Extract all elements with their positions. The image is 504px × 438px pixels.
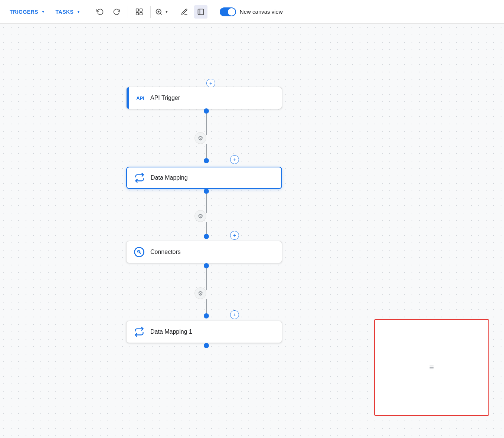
node-data-mapping-1[interactable]: Data Mapping 1 xyxy=(126,321,282,343)
svg-rect-2 xyxy=(136,12,138,14)
dot-before-data-mapping xyxy=(204,158,209,163)
add-before-api-trigger[interactable]: + xyxy=(206,79,215,88)
line-data-mapping-to-gear2 xyxy=(206,194,207,213)
toggle-checkmark-icon: ✓ xyxy=(230,9,234,14)
svg-line-5 xyxy=(160,13,162,14)
dot-data-mapping-1-bottom xyxy=(204,343,209,348)
line-api-to-data-mapping xyxy=(206,114,207,135)
add-before-data-mapping-1[interactable]: + xyxy=(230,310,239,319)
triggers-chevron-icon: ▼ xyxy=(41,10,45,14)
zoom-chevron-icon: ▼ xyxy=(165,10,168,14)
minimap[interactable]: ≡ xyxy=(374,319,489,416)
dot-before-connectors xyxy=(204,234,209,239)
line-gear3-to-dot3 xyxy=(206,299,207,314)
data-mapping-label: Data Mapping xyxy=(151,174,188,181)
dot-api-trigger-bottom xyxy=(204,108,209,114)
separator-4 xyxy=(173,6,173,18)
dot-data-mapping-bottom xyxy=(204,189,209,194)
gear-3[interactable]: ⚙ xyxy=(194,287,206,299)
dot-before-data-mapping-1 xyxy=(204,313,209,318)
svg-rect-0 xyxy=(136,9,138,11)
node-api-trigger[interactable]: API API Trigger xyxy=(126,87,282,109)
svg-rect-8 xyxy=(198,9,203,14)
minimap-icon: ≡ xyxy=(429,363,434,372)
layout-button[interactable] xyxy=(132,5,146,19)
panel-button[interactable] xyxy=(194,5,207,19)
tasks-label: TASKS xyxy=(56,9,74,15)
data-mapping-1-label: Data Mapping 1 xyxy=(150,328,192,335)
data-mapping-1-icon xyxy=(132,325,146,339)
panel-icon xyxy=(197,8,204,16)
tasks-button[interactable]: TASKS ▼ xyxy=(52,7,84,17)
svg-rect-1 xyxy=(140,9,142,11)
separator-3 xyxy=(150,6,151,18)
triggers-label: TRIGGERS xyxy=(10,9,38,15)
add-before-connectors[interactable]: + xyxy=(230,231,239,240)
connectors-label: Connectors xyxy=(150,249,181,255)
node-connectors[interactable]: Connectors xyxy=(126,241,282,263)
toolbar: TRIGGERS ▼ TASKS ▼ xyxy=(0,0,504,24)
gear-2[interactable]: ⚙ xyxy=(194,210,206,222)
line-gear2-to-dot2 xyxy=(206,222,207,235)
separator-5 xyxy=(212,6,212,18)
redo-icon xyxy=(113,8,120,16)
api-icon: API xyxy=(132,91,146,105)
new-canvas-toggle[interactable]: ✓ xyxy=(220,7,236,16)
layout-icon xyxy=(135,8,143,16)
data-mapping-icon xyxy=(133,171,146,184)
svg-point-11 xyxy=(138,251,141,254)
separator-2 xyxy=(128,6,128,18)
line-gear1-to-dot xyxy=(206,144,207,159)
svg-rect-3 xyxy=(140,12,142,14)
triggers-button[interactable]: TRIGGERS ▼ xyxy=(6,7,49,17)
redo-button[interactable] xyxy=(110,5,123,19)
new-canvas-toggle-container: ✓ New canvas view xyxy=(220,7,283,16)
connectors-icon xyxy=(132,245,146,259)
add-before-data-mapping[interactable]: + xyxy=(230,155,239,164)
undo-button[interactable] xyxy=(94,5,107,19)
zoom-button[interactable]: ▼ xyxy=(155,5,168,19)
new-canvas-label: New canvas view xyxy=(240,9,283,15)
api-trigger-label: API Trigger xyxy=(150,95,180,101)
draw-button[interactable] xyxy=(178,5,191,19)
undo-icon xyxy=(96,8,104,16)
canvas: + API API Trigger ⚙ + Data Mapping ⚙ xyxy=(0,24,504,438)
dot-connectors-bottom xyxy=(204,263,209,268)
separator-1 xyxy=(89,6,89,18)
line-connectors-to-gear3 xyxy=(206,268,207,290)
draw-icon xyxy=(181,8,188,16)
api-bar xyxy=(127,87,129,109)
zoom-icon xyxy=(155,8,163,16)
tasks-chevron-icon: ▼ xyxy=(76,10,80,14)
gear-1[interactable]: ⚙ xyxy=(194,132,206,144)
node-data-mapping[interactable]: Data Mapping xyxy=(126,167,282,189)
